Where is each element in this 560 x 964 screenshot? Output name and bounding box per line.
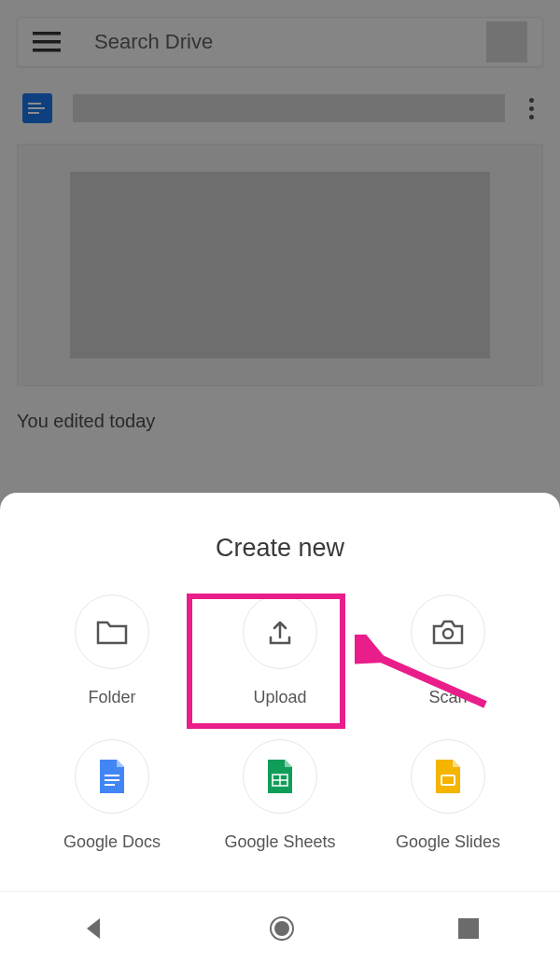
google-slides-icon: [434, 758, 462, 795]
svg-rect-4: [105, 775, 119, 776]
sheet-title: Create new: [0, 534, 560, 563]
nav-recent-icon[interactable]: [458, 918, 479, 939]
svg-point-3: [443, 629, 453, 638]
create-folder-label: Folder: [88, 688, 135, 707]
create-folder-button[interactable]: Folder: [28, 594, 196, 707]
create-upload-label: Upload: [253, 688, 306, 707]
svg-rect-14: [458, 918, 479, 939]
upload-icon: [265, 617, 295, 647]
create-docs-label: Google Docs: [63, 832, 161, 852]
camera-icon: [432, 619, 464, 645]
google-docs-icon: [98, 758, 126, 795]
svg-rect-6: [105, 784, 115, 786]
create-options-grid: Folder Upload: [0, 594, 560, 852]
create-docs-button[interactable]: Google Docs: [28, 739, 196, 852]
nav-home-icon[interactable]: [268, 915, 296, 943]
create-upload-button[interactable]: Upload: [196, 594, 364, 707]
svg-point-13: [274, 921, 289, 936]
create-slides-button[interactable]: Google Slides: [364, 739, 532, 852]
create-scan-button[interactable]: Scan: [364, 594, 532, 707]
folder-icon: [96, 619, 128, 645]
nav-back-icon[interactable]: [81, 916, 105, 941]
create-sheets-button[interactable]: Google Sheets: [196, 739, 364, 852]
google-sheets-icon: [266, 758, 294, 795]
svg-rect-5: [105, 779, 119, 781]
android-nav-bar: [0, 891, 560, 964]
create-scan-label: Scan: [428, 688, 467, 707]
create-slides-label: Google Slides: [396, 832, 500, 852]
create-sheets-label: Google Sheets: [224, 832, 335, 852]
